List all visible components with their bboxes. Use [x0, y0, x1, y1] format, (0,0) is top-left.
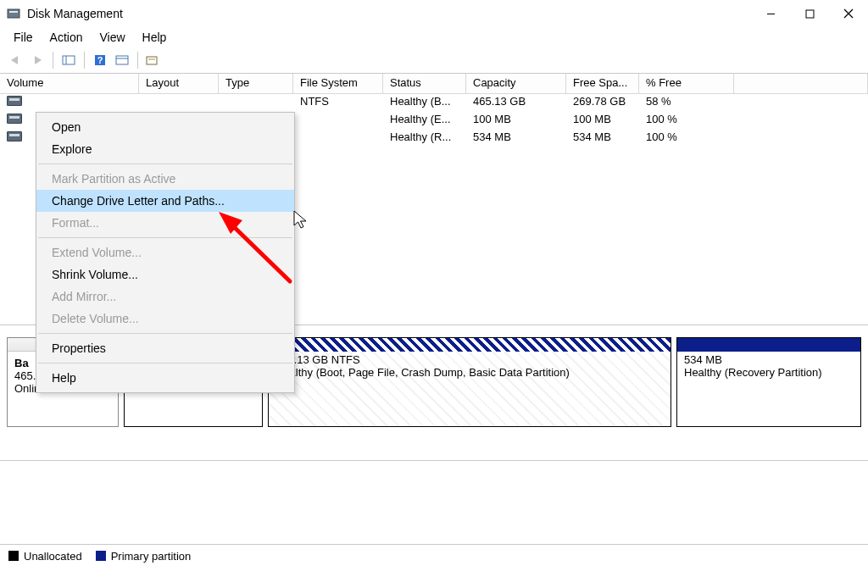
ctx-explore[interactable]: Explore [36, 138, 294, 160]
volume-icon [7, 131, 22, 141]
svg-rect-6 [63, 56, 75, 64]
ctx-open[interactable]: Open [36, 116, 294, 138]
toolbar: ? [0, 47, 868, 73]
close-button[interactable] [829, 0, 868, 27]
ctx-change-drive-letter[interactable]: Change Drive Letter and Paths... [36, 190, 294, 212]
ctx-add-mirror: Add Mirror... [36, 286, 294, 308]
ctx-delete-volume: Delete Volume... [36, 308, 294, 330]
volume-icon [7, 114, 22, 124]
volume-row[interactable]: NTFS Healthy (B... 465.13 GB 269.78 GB 5… [0, 94, 868, 112]
svg-text:?: ? [97, 55, 103, 65]
app-icon [7, 7, 20, 20]
toolbar-separator [53, 52, 53, 69]
partition-recovery[interactable]: 534 MB Healthy (Recovery Partition) [676, 337, 861, 427]
col-pctfree[interactable]: % Free [639, 74, 734, 93]
show-hide-console-icon[interactable] [58, 50, 79, 70]
ctx-format: Format... [36, 212, 294, 234]
menu-help[interactable]: Help [134, 29, 175, 46]
legend-primary: Primary partition [96, 550, 192, 563]
legend: Unallocated Primary partition [0, 544, 868, 588]
properties-icon[interactable] [112, 50, 132, 70]
ctx-mark-active: Mark Partition as Active [36, 168, 294, 190]
menu-action[interactable]: Action [42, 29, 92, 46]
svg-rect-13 [148, 58, 155, 60]
window-title: Disk Management [27, 7, 751, 20]
toolbar-separator [84, 52, 85, 69]
ctx-shrink-volume[interactable]: Shrink Volume... [36, 263, 294, 286]
col-spacer [734, 74, 868, 93]
toolbar-separator [137, 52, 138, 69]
ctx-separator [38, 333, 292, 334]
column-headers: Volume Layout Type File System Status Ca… [0, 74, 868, 94]
col-capacity[interactable]: Capacity [466, 74, 566, 93]
col-filesystem[interactable]: File System [293, 74, 383, 93]
menubar: File Action View Help [0, 27, 868, 47]
partition-main[interactable]: 465.13 GB NTFS Healthy (Boot, Page File,… [268, 337, 671, 427]
col-status[interactable]: Status [383, 74, 466, 93]
disk-name: Ba [14, 357, 29, 369]
ctx-properties[interactable]: Properties [36, 337, 294, 359]
help-icon[interactable]: ? [90, 50, 110, 70]
ctx-separator [38, 164, 292, 164]
menu-file[interactable]: File [5, 29, 42, 46]
forward-icon[interactable] [27, 50, 47, 70]
titlebar: Disk Management [0, 0, 868, 27]
svg-rect-10 [116, 56, 128, 64]
col-freespace[interactable]: Free Spa... [566, 74, 639, 93]
svg-rect-12 [147, 57, 157, 64]
ctx-extend-volume: Extend Volume... [36, 241, 294, 263]
refresh-icon[interactable] [143, 50, 164, 70]
col-type[interactable]: Type [219, 74, 293, 93]
volume-icon [7, 96, 22, 106]
svg-rect-3 [806, 10, 814, 18]
ctx-help[interactable]: Help [36, 367, 294, 389]
back-icon[interactable] [5, 50, 25, 70]
ctx-separator [38, 237, 292, 238]
svg-rect-0 [8, 9, 19, 18]
legend-unallocated: Unallocated [8, 550, 82, 563]
minimize-button[interactable] [751, 0, 790, 27]
ctx-separator [38, 363, 292, 363]
context-menu: Open Explore Mark Partition as Active Ch… [36, 112, 295, 393]
svg-rect-1 [9, 11, 18, 13]
maximize-button[interactable] [790, 0, 829, 27]
menu-view[interactable]: View [91, 29, 133, 46]
col-volume[interactable]: Volume [0, 74, 139, 93]
col-layout[interactable]: Layout [139, 74, 219, 93]
